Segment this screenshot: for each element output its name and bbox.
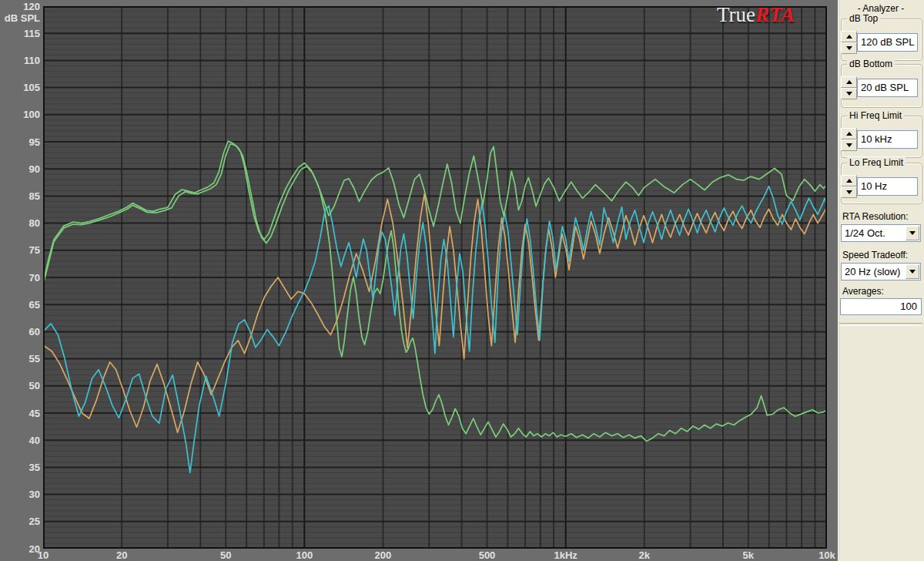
y-tick-label: 80 <box>0 218 40 228</box>
rta-chart-region: 1201151101051009590858075706560555045403… <box>0 0 838 561</box>
x-tick-label: 20 <box>99 549 145 561</box>
y-tick-label: 30 <box>0 489 40 499</box>
db-bottom-label: dB Bottom <box>847 59 895 69</box>
rta-resolution-label: RTA Resolution: <box>842 211 909 222</box>
down-arrow-icon <box>846 92 852 96</box>
y-tick-label: 60 <box>0 327 40 337</box>
speed-tradeoff-label: Speed Tradeoff: <box>842 250 908 260</box>
hi-freq-spin-up-button[interactable] <box>841 128 857 139</box>
x-tick-label: 1kHz <box>543 549 589 561</box>
rta-resolution-value: 1/24 Oct. <box>845 225 886 241</box>
x-tick-label: 50 <box>203 549 249 561</box>
speed-tradeoff-dropdown-button[interactable] <box>906 264 919 279</box>
hi-freq-limit-field[interactable]: 10 kHz <box>857 130 918 149</box>
rta-resolution-select[interactable]: 1/24 Oct. <box>841 224 921 242</box>
logo-true-text: True <box>717 3 755 26</box>
y-axis-unit-label: dB SPL <box>0 12 40 24</box>
db-top-label: dB Top <box>847 13 880 24</box>
hi-freq-spin-down-button[interactable] <box>841 139 857 151</box>
panel-title: - Analyzer - <box>838 3 924 14</box>
panel-divider <box>839 323 922 326</box>
y-tick-label: 70 <box>0 273 40 283</box>
up-arrow-icon <box>846 179 852 183</box>
down-arrow-icon <box>846 46 852 50</box>
db-bottom-spinner <box>841 76 857 99</box>
y-tick-label: 115 <box>0 29 40 39</box>
lo-freq-limit-label: Lo Freq Limit <box>847 157 906 168</box>
x-tick-label: 500 <box>464 549 511 561</box>
y-tick-label: 55 <box>0 354 40 364</box>
y-tick-label: 120 <box>0 2 40 12</box>
y-tick-label: 50 <box>0 381 40 391</box>
logo-rta-text: RTA <box>755 3 795 26</box>
y-tick-label: 105 <box>0 82 40 92</box>
db-top-spinner <box>841 31 857 54</box>
spectrum-plot <box>43 6 827 549</box>
y-tick-label: 90 <box>0 164 40 174</box>
db-bottom-field[interactable]: 20 dB SPL <box>857 79 918 97</box>
db-top-spin-up-button[interactable] <box>841 31 857 42</box>
x-tick-label: 10 <box>20 549 66 561</box>
y-tick-label: 95 <box>0 137 40 147</box>
y-tick-label: 85 <box>0 191 40 201</box>
y-tick-label: 45 <box>0 408 40 418</box>
trace-cyan-response <box>43 186 827 473</box>
group-lo-freq-limit: Lo Freq Limit 10 Hz <box>841 163 922 204</box>
x-tick-label: 200 <box>360 549 406 561</box>
lo-freq-limit-field[interactable]: 10 Hz <box>857 177 918 196</box>
up-arrow-icon <box>846 35 852 39</box>
lo-freq-spin-up-button[interactable] <box>841 175 857 186</box>
averages-field[interactable]: 100 <box>840 298 922 315</box>
lo-freq-spin-down-button[interactable] <box>841 186 857 198</box>
y-tick-label: 40 <box>0 435 40 445</box>
speed-tradeoff-value: 20 Hz (slow) <box>845 264 900 280</box>
y-tick-label: 65 <box>0 300 40 310</box>
averages-label: Averages: <box>842 286 884 297</box>
lo-freq-spinner <box>841 175 857 198</box>
db-top-spin-down-button[interactable] <box>841 42 857 54</box>
y-tick-label: 110 <box>0 55 40 66</box>
up-arrow-icon <box>846 80 852 84</box>
truerta-logo: TrueRTA <box>717 3 795 27</box>
y-tick-label: 35 <box>0 462 40 472</box>
hi-freq-limit-label: Hi Freq Limit <box>847 110 904 121</box>
x-tick-label: 100 <box>281 549 327 561</box>
speed-tradeoff-select[interactable]: 20 Hz (slow) <box>841 263 921 280</box>
up-arrow-icon <box>846 132 852 136</box>
analyzer-panel: - Analyzer - dB Top 120 dB SPL dB Bottom… <box>838 0 924 561</box>
x-tick-label: 10k <box>804 549 838 561</box>
rta-resolution-dropdown-button[interactable] <box>906 226 919 240</box>
dropdown-arrow-icon <box>909 231 916 235</box>
down-arrow-icon <box>846 190 852 194</box>
down-arrow-icon <box>846 143 852 147</box>
y-tick-label: 75 <box>0 245 40 255</box>
group-db-bottom: dB Bottom 20 dB SPL <box>841 64 922 108</box>
x-tick-label: 5k <box>725 549 772 561</box>
db-top-field[interactable]: 120 dB SPL <box>857 33 918 52</box>
db-bottom-spin-down-button[interactable] <box>841 88 857 99</box>
dropdown-arrow-icon <box>909 270 916 274</box>
group-db-top: dB Top 120 dB SPL <box>841 18 922 61</box>
db-bottom-spin-up-button[interactable] <box>841 76 857 88</box>
group-hi-freq-limit: Hi Freq Limit 10 kHz <box>841 116 922 158</box>
x-tick-label: 2k <box>621 549 668 561</box>
hi-freq-spinner <box>841 128 857 151</box>
y-tick-label: 100 <box>0 109 40 119</box>
y-tick-label: 25 <box>0 516 40 526</box>
